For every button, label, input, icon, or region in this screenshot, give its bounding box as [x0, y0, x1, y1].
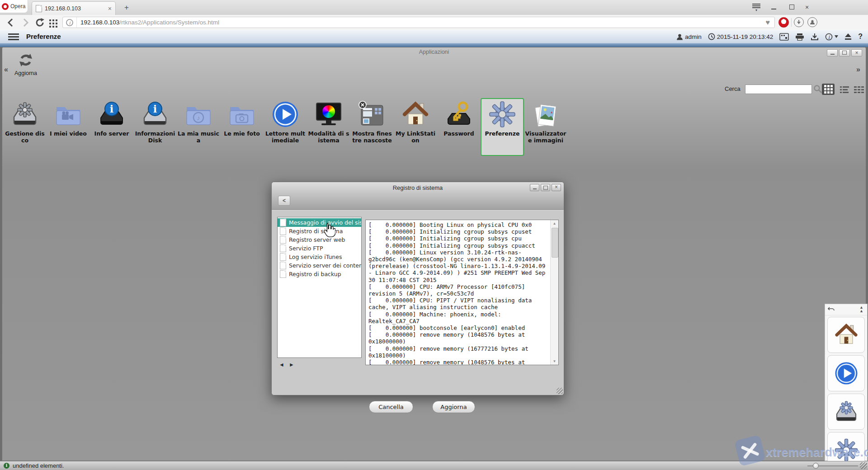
list-item[interactable]: Messaggio di avvio del sistema [278, 218, 361, 227]
dock-media-player-button[interactable] [827, 355, 865, 391]
dialog-close-button[interactable]: × [552, 184, 561, 191]
profile-icon[interactable] [807, 17, 817, 27]
app-icon-la-mia-musica[interactable]: ♪ La mia musica [177, 98, 220, 156]
app-icon-gestione-disco[interactable]: Gestione disco [3, 98, 47, 156]
page-icon [36, 5, 42, 12]
display-icon[interactable] [779, 33, 789, 41]
log-type-list[interactable]: Messaggio di avvio del sistema Registro … [277, 217, 362, 358]
app-icon-preferenze[interactable]: Preferenze [481, 98, 524, 156]
browser-address-bar: i 192.168.0.103/rtknas2/Applications/Sys… [0, 15, 868, 30]
app-icon-password[interactable]: Password [437, 98, 481, 156]
clock-icon [708, 33, 715, 40]
zoom-slider-knob[interactable] [813, 463, 819, 469]
list-item-label: Log servizio iTunes [289, 254, 342, 260]
dock-disk-manager-button[interactable] [827, 394, 865, 430]
statusbar-resize-grip[interactable] [860, 462, 867, 469]
scroll-down-icon[interactable]: ▼ [551, 358, 558, 365]
system-log-dialog: Registro di sistema × < Messaggio di avv… [271, 182, 564, 395]
photos-folder-icon [227, 100, 256, 129]
window-close-button[interactable]: × [801, 3, 813, 12]
system-mode-monitor-icon [316, 103, 341, 121]
app-icon-my-linkstation[interactable]: My LinkStation [394, 98, 437, 156]
app-window-close-button[interactable]: × [851, 49, 862, 56]
scrollbar-thumb[interactable] [552, 228, 558, 258]
site-info-icon[interactable]: i [63, 17, 77, 28]
list-next-button[interactable]: ► [289, 362, 299, 368]
tab-menu-icon[interactable]: ▾ [750, 3, 762, 12]
status-text: undefined elementi. [13, 462, 64, 469]
list-item-label: Servizio FTP [289, 245, 323, 252]
search-input[interactable] [745, 85, 812, 94]
list-item[interactable]: Servizio FTP [278, 244, 361, 253]
bookmark-heart-icon[interactable]: ♥ [766, 19, 770, 27]
server-info-icon: i [97, 100, 126, 129]
list-item[interactable]: Registro di sistema [278, 227, 361, 235]
opera-blocker-icon[interactable] [778, 17, 789, 28]
disk-info-icon: i [141, 100, 170, 129]
opera-menu-button[interactable]: Opera [0, 0, 28, 13]
password-key-icon [444, 100, 473, 129]
refresh-button[interactable]: Aggiorna [9, 53, 43, 83]
screen: Opera 192.168.0.103 × + ▾ × i 192.168.0.… [0, 0, 868, 470]
app-window-restore-button[interactable] [839, 49, 850, 56]
app-icon-informazioni-disk[interactable]: i Informazioni Disk [133, 98, 177, 156]
forward-icon[interactable] [20, 17, 31, 28]
dialog-back-button[interactable]: < [278, 196, 290, 206]
app-icon-lettore-multimediale[interactable]: Lettore multimediale [264, 98, 307, 156]
view-grid-button[interactable] [822, 84, 835, 95]
cancel-button[interactable]: Cancella [369, 401, 413, 413]
dialog-titlebar[interactable]: Registro di sistema × < [272, 182, 564, 211]
eject-icon[interactable] [844, 33, 852, 40]
tab-close-icon[interactable]: × [108, 5, 112, 12]
list-item[interactable]: Log servizio iTunes [278, 253, 361, 261]
refresh-icon [18, 53, 33, 67]
reload-icon[interactable] [34, 17, 45, 28]
list-item[interactable]: Registro server web [278, 235, 361, 244]
help-button[interactable]: ? [858, 33, 863, 41]
downloads-icon[interactable] [794, 17, 804, 27]
app-icon-i-miei-video[interactable]: I miei video [47, 98, 90, 156]
divider [791, 18, 792, 27]
menu-icon[interactable] [8, 33, 19, 42]
app-icon-visualizzatore-immagini[interactable]: Visualizzatore immagini [524, 98, 567, 156]
window-restore-button[interactable] [786, 3, 797, 12]
info-menu[interactable]: i [825, 33, 838, 41]
dialog-resize-grip[interactable] [557, 388, 563, 394]
app-icon-modalita-di-sistema[interactable]: Modalità di sistema [307, 98, 350, 156]
log-scrollbar[interactable]: ▲ ▼ [550, 220, 558, 365]
dock-collapse-icon[interactable]: ▲▲ [859, 306, 863, 313]
app-icon-label: Info server [90, 131, 133, 137]
dialog-maximize-button[interactable] [541, 184, 550, 191]
search-icon[interactable] [813, 85, 822, 94]
tab-title: 192.168.0.103 [45, 5, 105, 12]
url-field[interactable]: i 192.168.0.103/rtknas2/Applications/Sys… [62, 17, 775, 28]
hidden-windows-icon [358, 100, 387, 129]
log-output-pane[interactable]: [ 0.000000] Booting Linux on physical CP… [365, 220, 559, 365]
back-icon[interactable] [5, 17, 16, 28]
collapse-left-arrow[interactable]: « [4, 66, 8, 74]
app-icon-le-mie-foto[interactable]: Le mie foto [220, 98, 264, 156]
window-minimize-button[interactable] [768, 3, 779, 12]
dialog-content: Messaggio di avvio del sistema Registro … [272, 210, 564, 395]
view-list-button[interactable] [838, 84, 851, 95]
scroll-up-icon[interactable]: ▲ [551, 220, 558, 227]
undo-arrow-icon[interactable] [828, 306, 835, 312]
app-icon-mostra-finestre-nascoste[interactable]: Mostra finestre nascoste [350, 98, 394, 156]
user-indicator[interactable]: admin [676, 33, 702, 40]
app-icon-info-server[interactable]: i Info server [90, 98, 133, 156]
collapse-right-arrow[interactable]: » [856, 66, 860, 74]
dialog-minimize-button[interactable] [530, 184, 539, 191]
list-item[interactable]: Registro di backup [278, 270, 361, 278]
speed-dial-icon[interactable] [48, 17, 59, 28]
printer-icon[interactable] [795, 33, 804, 41]
dock-home-button[interactable] [827, 317, 865, 353]
app-icon-label: I miei video [47, 131, 90, 137]
app-window-minimize-button[interactable] [827, 49, 838, 56]
browser-tab[interactable]: 192.168.0.103 × [32, 1, 116, 15]
view-detail-button[interactable] [853, 84, 865, 95]
download-tray-icon[interactable] [811, 33, 819, 41]
new-tab-button[interactable]: + [121, 3, 132, 13]
list-prev-button[interactable]: ◄ [279, 362, 289, 368]
list-item[interactable]: Servizio server dei contenuti [278, 261, 361, 270]
dialog-refresh-button[interactable]: Aggiorna [432, 401, 475, 413]
